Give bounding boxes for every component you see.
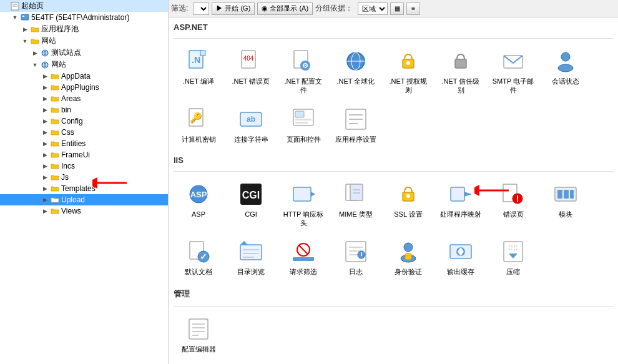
icon-item-modules[interactable]: 模块 <box>541 177 591 232</box>
icon-box-appsettings <box>343 106 369 132</box>
sidebar-item-views[interactable]: ▶Views <box>0 205 168 217</box>
icon-item-logging[interactable]: 日志 <box>331 234 381 280</box>
expander-website[interactable]: ▼ <box>30 60 40 70</box>
icon-box-asp: ASP <box>185 181 212 207</box>
section-aspnet: ASP.NET.N.NET 编译404.NET 错误页⚙.NET 配置文件.NE… <box>174 22 613 148</box>
sidebar-item-entities[interactable]: ▶Entities <box>0 138 168 149</box>
expander-qiyediye[interactable] <box>0 1 10 11</box>
icon-item-net-trust[interactable]: .NET 信任级别 <box>436 44 486 99</box>
sidebar-item-apppool[interactable]: ▶应用程序池 <box>0 23 168 35</box>
icon-item-mime[interactable]: MIME 类型 <box>331 177 381 232</box>
sidebar-item-qiyediye[interactable]: 起始页 <box>0 0 168 12</box>
sidebar-item-website[interactable]: ▼网站 <box>0 59 168 71</box>
icon-label-dirbrowse: 目录浏览 <box>237 267 265 276</box>
sidebar-item-server[interactable]: ▼5E4TF (5E4TF\Administrator) <box>0 12 168 23</box>
icon-box-mime <box>343 181 369 207</box>
tree-icon-upload <box>50 195 60 205</box>
expander-views[interactable]: ▶ <box>40 206 50 216</box>
expander-appdata[interactable]: ▶ <box>40 71 50 81</box>
expander-upload[interactable]: ▶ <box>40 195 50 205</box>
svg-text:!: ! <box>516 194 519 204</box>
showall-button[interactable]: ◉ 全部显示 (A) <box>257 2 313 15</box>
svg-text:ab: ab <box>247 115 255 124</box>
sidebar-item-areas[interactable]: ▶Areas <box>0 93 168 104</box>
icon-item-connstr[interactable]: ab连接字符串 <box>226 102 276 148</box>
icon-item-confeditor[interactable]: 配置编辑器 <box>174 312 223 358</box>
sidebar-item-js[interactable]: ▶Js <box>0 172 168 183</box>
tree-label-templates: Templates <box>60 184 96 193</box>
filter-select[interactable] <box>193 2 209 15</box>
expander-server[interactable]: ▼ <box>10 12 20 22</box>
sidebar-item-sites[interactable]: ▼网站 <box>0 35 168 47</box>
tree-label-upload: Upload <box>60 195 85 204</box>
tree-icon-incs <box>50 161 60 171</box>
icon-item-net-auth[interactable]: .NET 授权规则 <box>383 44 433 99</box>
icon-item-defaultdoc[interactable]: ✓默认文档 <box>174 234 223 280</box>
svg-rect-82 <box>405 253 411 260</box>
icon-item-auth[interactable]: 身份验证 <box>383 234 433 280</box>
sidebar-item-bin[interactable]: ▶bin <box>0 104 168 116</box>
sidebar-item-appdata[interactable]: ▶AppData <box>0 71 168 82</box>
tree-icon-areas <box>50 94 60 104</box>
svg-rect-45 <box>293 187 311 201</box>
expander-entities[interactable]: ▶ <box>40 139 50 149</box>
expander-templates[interactable]: ▶ <box>40 184 50 194</box>
group-label: 分组依据： <box>315 3 353 14</box>
icon-item-machinekey[interactable]: 🔑计算机密钥 <box>174 102 223 148</box>
icon-item-dirbrowse[interactable]: 目录浏览 <box>226 234 276 280</box>
icon-box-reqfilter <box>290 239 316 265</box>
icon-item-session[interactable]: 会话状态 <box>541 44 591 99</box>
icon-item-net-config[interactable]: ⚙.NET 配置文件 <box>278 44 328 99</box>
icon-item-handler[interactable]: 处理程序映射 <box>436 177 486 232</box>
icon-item-http-response[interactable]: HTTP 响应标头 <box>278 177 328 232</box>
icon-grid-iis: ASPASPCGICGIHTTP 响应标头MIME 类型SSL 设置处理程序映射… <box>174 177 613 281</box>
icon-item-pagecontrol[interactable]: 页面和控件 <box>278 102 328 148</box>
expander-bin[interactable]: ▶ <box>40 105 50 115</box>
svg-rect-86 <box>504 242 522 262</box>
expander-incs[interactable]: ▶ <box>40 161 50 171</box>
expander-apppool[interactable]: ▶ <box>20 24 30 34</box>
expander-testsite[interactable]: ▶ <box>30 48 40 58</box>
icon-item-errorpage[interactable]: !错误页 <box>488 177 538 232</box>
expander-sites[interactable]: ▼ <box>20 36 30 46</box>
sidebar-item-config[interactable]: ▶Config <box>0 116 168 127</box>
icon-label-connstr: 连接字符串 <box>234 135 268 144</box>
group-select[interactable]: 区域 <box>358 2 388 15</box>
tree-label-incs: Incs <box>60 162 75 170</box>
sidebar-item-appplugins[interactable]: ▶AppPlugins <box>0 82 168 93</box>
sidebar-item-frameui[interactable]: ▶FrameUi <box>0 149 168 160</box>
icon-label-net-trust: .NET 信任级别 <box>439 77 483 95</box>
view-list-button[interactable]: ≡ <box>406 2 420 15</box>
sidebar-item-incs[interactable]: ▶Incs <box>0 160 168 172</box>
icon-item-cgi[interactable]: CGICGI <box>226 177 276 232</box>
expander-config[interactable]: ▶ <box>40 116 50 126</box>
icon-item-outputcache[interactable]: 输出缓存 <box>436 234 486 280</box>
tree-label-entities: Entities <box>60 139 86 148</box>
sidebar-item-testsite[interactable]: ▶测试站点 <box>0 47 168 59</box>
icon-item-ssl[interactable]: SSL 设置 <box>383 177 433 232</box>
sidebar-item-templates[interactable]: ▶Templates <box>0 183 168 194</box>
svg-rect-62 <box>570 190 574 199</box>
icon-box-net-global <box>343 48 369 74</box>
icon-label-cgi: CGI <box>245 210 257 219</box>
icon-item-net-error[interactable]: 404.NET 错误页 <box>226 44 276 99</box>
expander-frameui[interactable]: ▶ <box>40 150 50 160</box>
tree-label-qiyediye: 起始页 <box>20 1 44 11</box>
icon-item-reqfilter[interactable]: 请求筛选 <box>278 234 328 280</box>
icon-item-smtp-mail[interactable]: SMTP 电子邮件 <box>488 44 538 99</box>
icon-label-mime: MIME 类型 <box>339 210 373 219</box>
icon-item-net-global[interactable]: .NET 全球化 <box>331 44 381 99</box>
expander-appplugins[interactable]: ▶ <box>40 82 50 92</box>
icon-item-compress[interactable]: 压缩 <box>488 234 538 280</box>
sidebar-item-css[interactable]: ▶Css <box>0 127 168 138</box>
start-button[interactable]: ▶ 开始 (G) <box>212 2 255 15</box>
svg-rect-48 <box>350 184 363 200</box>
expander-js[interactable]: ▶ <box>40 172 50 182</box>
sidebar-item-upload[interactable]: ▶Upload <box>0 194 168 205</box>
icon-item-asp[interactable]: ASPASP <box>174 177 223 232</box>
expander-css[interactable]: ▶ <box>40 127 50 137</box>
view-grid-button[interactable]: ▦ <box>390 2 404 15</box>
icon-item-appsettings[interactable]: 应用程序设置 <box>331 102 381 148</box>
icon-item-net-translate[interactable]: .N.NET 编译 <box>174 44 223 99</box>
expander-areas[interactable]: ▶ <box>40 94 50 104</box>
